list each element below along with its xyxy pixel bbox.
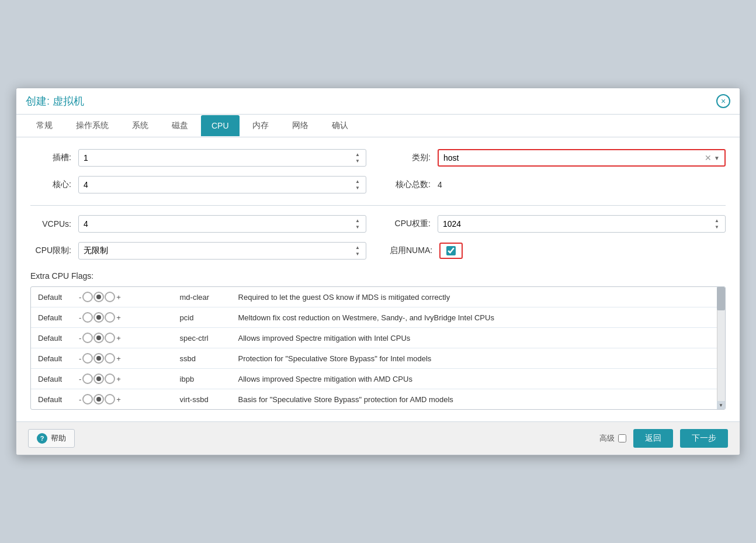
next-button[interactable]: 下一步 [680, 429, 728, 448]
tab-memory[interactable]: 内存 [242, 115, 279, 137]
tab-cpu[interactable]: CPU [201, 115, 240, 136]
flag-row: Default - + ibpb Allows improved Spectre… [31, 369, 717, 389]
cpu-limit-input[interactable] [84, 246, 352, 255]
cpu-weight-down[interactable]: ▼ [713, 224, 720, 230]
radio-off-2[interactable] [82, 333, 93, 343]
toggle-plus-4[interactable]: + [116, 375, 121, 383]
advanced-label[interactable]: 高级 [599, 433, 626, 444]
socket-up[interactable]: ▲ [354, 151, 361, 158]
flag-name-0: md-clear [173, 287, 231, 307]
vcpus-input[interactable] [84, 219, 352, 229]
flag-toggle-cell-4: - + [72, 369, 173, 389]
cpu-limit-control[interactable]: ▲ ▼ [78, 242, 366, 260]
toggle-minus-4[interactable]: - [79, 375, 81, 383]
cores-up[interactable]: ▲ [354, 178, 361, 185]
socket-input[interactable] [84, 153, 352, 162]
toggle-plus-5[interactable]: + [116, 395, 121, 404]
radio-on-5[interactable] [105, 394, 115, 404]
dialog-title: 创建: 虚拟机 [26, 94, 84, 108]
toggle-plus-3[interactable]: + [116, 354, 121, 363]
flag-desc-5: Basis for "Speculative Store Bypass" pro… [231, 389, 717, 410]
radio-on-0[interactable] [105, 292, 115, 302]
help-button[interactable]: ? 帮助 [28, 429, 75, 448]
vcpus-down[interactable]: ▼ [354, 224, 361, 230]
radio-on-3[interactable] [105, 353, 115, 364]
flag-desc-1: Meltdown fix cost reduction on Westmere,… [231, 307, 717, 328]
vcpus-control[interactable]: ▲ ▼ [78, 215, 366, 233]
radio-off-3[interactable] [82, 353, 93, 364]
category-clear-icon[interactable]: ✕ [705, 153, 712, 162]
tab-network[interactable]: 网络 [282, 115, 319, 137]
cpu-weight-row: CPU权重: ▲ ▼ [390, 215, 726, 233]
tab-disk[interactable]: 磁盘 [161, 115, 199, 137]
radio-group-2 [82, 333, 115, 343]
advanced-checkbox[interactable] [618, 434, 626, 442]
radio-off-5[interactable] [82, 394, 93, 404]
radio-default-0[interactable] [93, 292, 104, 302]
radio-default-5[interactable] [93, 394, 104, 404]
flag-toggle-1: - + [79, 312, 166, 323]
cpu-limit-down[interactable]: ▼ [354, 251, 361, 257]
toggle-minus-5[interactable]: - [79, 395, 81, 404]
socket-label: 插槽: [30, 153, 71, 163]
cpu-limit-spinners: ▲ ▼ [354, 244, 361, 257]
cpu-weight-input[interactable] [443, 219, 711, 229]
radio-default-2[interactable] [93, 333, 104, 343]
scrollbar-down-arrow[interactable]: ▼ [717, 401, 725, 409]
toggle-minus-2[interactable]: - [79, 334, 81, 343]
radio-default-1[interactable] [93, 312, 104, 323]
category-control[interactable]: ✕ ▼ [438, 149, 726, 167]
cpu-weight-control[interactable]: ▲ ▼ [438, 215, 726, 233]
numa-checkbox[interactable] [446, 246, 456, 255]
radio-off-4[interactable] [82, 373, 93, 384]
tab-os[interactable]: 操作系统 [65, 115, 119, 137]
help-label: 帮助 [51, 433, 66, 444]
flag-state-3: Default [31, 348, 72, 369]
flag-toggle-cell-2: - + [72, 328, 173, 348]
flag-state-5: Default [31, 389, 72, 410]
cores-control[interactable]: ▲ ▼ [78, 176, 366, 193]
toggle-plus-2[interactable]: + [116, 334, 121, 343]
cores-down[interactable]: ▼ [354, 185, 361, 191]
cpu-limit-up[interactable]: ▲ [354, 244, 361, 251]
toggle-minus-0[interactable]: - [79, 293, 81, 302]
scrollbar-thumb[interactable] [717, 287, 725, 310]
tab-system[interactable]: 系统 [122, 115, 159, 137]
toggle-plus-1[interactable]: + [116, 313, 121, 322]
cpu-limit-row: CPU限制: ▲ ▼ [30, 242, 366, 260]
radio-off-1[interactable] [82, 312, 93, 323]
radio-group-4 [82, 373, 115, 384]
numa-label: 启用NUMA: [390, 245, 432, 256]
toggle-plus-0[interactable]: + [116, 293, 121, 302]
radio-off-0[interactable] [82, 292, 93, 302]
socket-down[interactable]: ▼ [354, 158, 361, 164]
cpu-weight-label: CPU权重: [390, 219, 431, 229]
radio-on-4[interactable] [105, 373, 115, 384]
radio-default-3[interactable] [93, 353, 104, 364]
tab-general[interactable]: 常规 [26, 115, 63, 137]
toggle-minus-3[interactable]: - [79, 354, 81, 363]
numa-checkbox-wrapper [439, 243, 463, 259]
flag-toggle-3: - + [79, 353, 166, 364]
socket-control[interactable]: ▲ ▼ [78, 149, 366, 167]
tab-confirm[interactable]: 确认 [321, 115, 359, 137]
toggle-minus-1[interactable]: - [79, 313, 81, 322]
vcpus-up[interactable]: ▲ [354, 217, 361, 224]
flag-desc-2: Allows improved Spectre mitigation with … [231, 328, 717, 348]
category-dropdown-icon[interactable]: ▼ [714, 155, 720, 161]
flags-section: Extra CPU Flags: Default - + md-cle [30, 271, 726, 410]
cores-input[interactable] [84, 180, 352, 189]
cores-label: 核心: [30, 179, 71, 190]
close-button[interactable]: × [716, 94, 730, 108]
flags-container: Default - + md-clear Required to let the… [30, 286, 726, 410]
footer-right: 高级 返回 下一步 [599, 429, 728, 448]
cpu-weight-up[interactable]: ▲ [713, 217, 720, 224]
flag-toggle-cell-5: - + [72, 389, 173, 410]
create-vm-dialog: 创建: 虚拟机 × 常规 操作系统 系统 磁盘 CPU 内存 网络 确认 插槽:… [16, 88, 740, 455]
radio-on-2[interactable] [105, 333, 115, 343]
category-input[interactable] [443, 153, 705, 162]
back-button[interactable]: 返回 [633, 429, 673, 448]
radio-on-1[interactable] [105, 312, 115, 323]
radio-default-4[interactable] [93, 373, 104, 384]
flag-toggle-4: - + [79, 373, 166, 384]
